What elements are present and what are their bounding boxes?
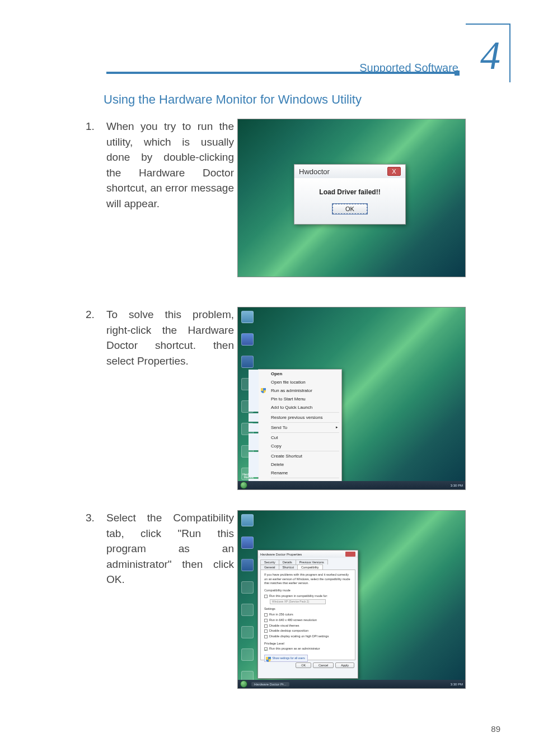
- section-subtitle: Using the Hardware Monitor for Windows U…: [104, 92, 362, 107]
- taskbar: Hardware Doctor Pr... 3:30 PM: [238, 680, 465, 688]
- dialog-body: Load Driver failed!! OK: [294, 178, 405, 224]
- menu-send-to[interactable]: Send To: [249, 423, 341, 432]
- tab-security[interactable]: Security: [260, 559, 279, 564]
- desktop-shortcut-icon[interactable]: [241, 648, 254, 661]
- menu-separator: [271, 422, 339, 423]
- start-button-icon[interactable]: [240, 680, 247, 688]
- tab-general[interactable]: General: [260, 564, 279, 570]
- setting-disable-themes[interactable]: Disable visual themes: [264, 624, 352, 628]
- menu-cut[interactable]: Cut: [249, 433, 341, 442]
- step-2-text: To solve this problem, right-click the H…: [88, 307, 234, 368]
- ok-button[interactable]: OK: [332, 204, 367, 214]
- settings-label: Settings: [264, 607, 352, 612]
- dialog-title-text: Hwdoctor: [299, 167, 330, 176]
- recycle-bin-icon[interactable]: [241, 514, 254, 526]
- close-icon[interactable]: X: [387, 167, 401, 176]
- menu-separator: [271, 478, 339, 478]
- checkbox-icon[interactable]: [264, 624, 268, 628]
- step-3: 3. Select the Compatibility tab, click "…: [88, 510, 234, 587]
- privilege-label: Privilege Level: [264, 642, 352, 646]
- desktop-shortcut-icon[interactable]: [241, 604, 254, 616]
- context-menu: Open Open file location Run as administr…: [258, 369, 342, 488]
- menu-copy[interactable]: Copy: [249, 442, 341, 450]
- header-rule: [106, 72, 458, 74]
- dialog-message: Load Driver failed!!: [300, 188, 400, 196]
- checkbox-icon[interactable]: [264, 619, 268, 622]
- recycle-bin-icon[interactable]: [241, 311, 254, 323]
- menu-delete[interactable]: Delete: [249, 460, 341, 469]
- compat-mode-label: Compatibility mode: [264, 589, 352, 593]
- screenshot-1: Hwdoctor X Load Driver failed!! OK: [237, 119, 466, 277]
- menu-run-admin-label: Run as administrator: [271, 388, 312, 393]
- dialog-title-bar: Hwdoctor X: [294, 165, 405, 178]
- step-1: 1. When you try to run the utility, whic…: [88, 119, 234, 211]
- menu-separator: [271, 432, 339, 433]
- menu-rename[interactable]: Rename: [249, 469, 341, 477]
- shield-icon: [261, 388, 266, 393]
- menu-run-admin[interactable]: Run as administrator: [249, 386, 341, 395]
- show-all-users-button[interactable]: Show settings for all users: [264, 655, 308, 662]
- step-1-number: 1.: [86, 119, 95, 134]
- system-tray: 3:30 PM: [451, 683, 463, 686]
- checkbox-icon[interactable]: [264, 613, 268, 617]
- setting-256-colors[interactable]: Run in 256 colors: [264, 613, 352, 617]
- desktop-shortcut-icon[interactable]: [241, 626, 254, 638]
- setting-disable-composition[interactable]: Disable desktop composition: [264, 629, 352, 633]
- compat-mode-select[interactable]: Windows XP (Service Pack 2): [270, 599, 326, 604]
- setting-disable-dpi[interactable]: Disable display scaling on high DPI sett…: [264, 634, 352, 639]
- menu-separator: [271, 412, 339, 413]
- ok-button[interactable]: OK: [296, 662, 311, 668]
- step-2-number: 2.: [86, 307, 95, 323]
- setting-640x480[interactable]: Run in 640 x 480 screen resolution: [264, 618, 352, 623]
- properties-title-bar: Hardware Doctor Properties: [258, 550, 358, 558]
- properties-tabs-2: General Shortcut Compatibility: [258, 564, 358, 570]
- taskbar-app[interactable]: Hardware Doctor Pr...: [251, 682, 289, 687]
- computer-icon[interactable]: [241, 333, 254, 346]
- step-3-text: Select the Compatibility tab, click "Run…: [88, 510, 234, 587]
- screenshot-3: Hardware Doctor Properties Security Deta…: [237, 510, 466, 689]
- screenshot-2: Hardware Monitor Open Open file location…: [237, 307, 466, 490]
- tray-time: 3:30 PM: [451, 484, 463, 487]
- step-1-text: When you try to run the utility, which i…: [88, 119, 234, 211]
- checkbox-checked-icon[interactable]: [264, 647, 268, 651]
- compat-mode-check-label: Run this program in compatibility mode f…: [269, 594, 328, 599]
- tab-shortcut[interactable]: Shortcut: [279, 564, 298, 570]
- menu-create-shortcut[interactable]: Create Shortcut: [249, 452, 341, 460]
- tab-compatibility[interactable]: Compatibility: [297, 564, 322, 570]
- menu-restore-versions[interactable]: Restore previous versions: [249, 413, 341, 422]
- computer-icon[interactable]: [241, 536, 254, 549]
- control-panel-icon[interactable]: [241, 581, 254, 594]
- chapter-number: 4: [480, 32, 500, 79]
- apply-button[interactable]: Apply: [335, 662, 354, 668]
- system-tray: 3:30 PM: [451, 484, 463, 487]
- taskbar: 3:30 PM: [238, 481, 465, 489]
- menu-separator: [271, 451, 339, 451]
- start-button-icon[interactable]: [240, 482, 247, 489]
- properties-body: If you have problems with this program a…: [260, 570, 355, 660]
- checkbox-icon[interactable]: [264, 629, 268, 633]
- properties-intro: If you have problems with this program a…: [264, 573, 352, 586]
- close-icon[interactable]: [345, 552, 355, 557]
- shield-icon: [266, 657, 271, 662]
- compat-mode-check[interactable]: Run this program in compatibility mode f…: [264, 594, 352, 599]
- step-2: 2. To solve this problem, right-click th…: [88, 307, 234, 368]
- error-dialog: Hwdoctor X Load Driver failed!! OK: [294, 164, 406, 225]
- step-3-number: 3.: [86, 510, 95, 526]
- properties-dialog: Hardware Doctor Properties Security Deta…: [257, 550, 358, 679]
- checkbox-icon[interactable]: [264, 635, 268, 638]
- tray-time: 3:30 PM: [451, 683, 463, 686]
- checkbox-icon[interactable]: [264, 595, 268, 598]
- properties-tabs: Security Details Previous Versions: [258, 558, 358, 564]
- tab-previous-versions[interactable]: Previous Versions: [296, 559, 328, 564]
- network-icon[interactable]: [241, 559, 254, 571]
- cancel-button[interactable]: Cancel: [313, 662, 334, 668]
- menu-quick-launch[interactable]: Add to Quick Launch: [249, 403, 341, 412]
- page-number: 89: [491, 724, 500, 734]
- tab-details[interactable]: Details: [279, 559, 296, 564]
- menu-pin-start[interactable]: Pin to Start Menu: [249, 395, 341, 403]
- menu-open-location[interactable]: Open file location: [249, 378, 341, 386]
- menu-open[interactable]: Open: [249, 370, 341, 378]
- privilege-check[interactable]: Run this program as an administrator: [264, 647, 352, 651]
- properties-buttons: OK Cancel Apply: [258, 662, 358, 670]
- network-icon[interactable]: [241, 356, 254, 368]
